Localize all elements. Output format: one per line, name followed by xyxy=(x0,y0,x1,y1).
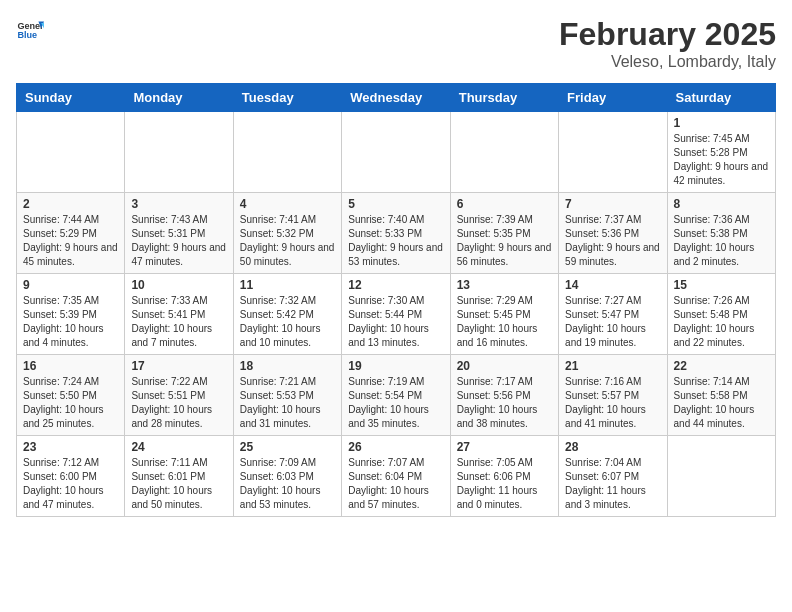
day-info: Sunrise: 7:41 AM Sunset: 5:32 PM Dayligh… xyxy=(240,213,335,269)
day-info: Sunrise: 7:07 AM Sunset: 6:04 PM Dayligh… xyxy=(348,456,443,512)
calendar-cell: 27Sunrise: 7:05 AM Sunset: 6:06 PM Dayli… xyxy=(450,436,558,517)
weekday-header-row: SundayMondayTuesdayWednesdayThursdayFrid… xyxy=(17,84,776,112)
calendar-cell: 22Sunrise: 7:14 AM Sunset: 5:58 PM Dayli… xyxy=(667,355,775,436)
week-row-2: 2Sunrise: 7:44 AM Sunset: 5:29 PM Daylig… xyxy=(17,193,776,274)
calendar-cell: 24Sunrise: 7:11 AM Sunset: 6:01 PM Dayli… xyxy=(125,436,233,517)
calendar-cell: 2Sunrise: 7:44 AM Sunset: 5:29 PM Daylig… xyxy=(17,193,125,274)
page-header: General Blue February 2025 Veleso, Lomba… xyxy=(16,16,776,71)
day-number: 4 xyxy=(240,197,335,211)
calendar-cell: 28Sunrise: 7:04 AM Sunset: 6:07 PM Dayli… xyxy=(559,436,667,517)
calendar-cell: 14Sunrise: 7:27 AM Sunset: 5:47 PM Dayli… xyxy=(559,274,667,355)
day-number: 7 xyxy=(565,197,660,211)
week-row-1: 1Sunrise: 7:45 AM Sunset: 5:28 PM Daylig… xyxy=(17,112,776,193)
day-info: Sunrise: 7:30 AM Sunset: 5:44 PM Dayligh… xyxy=(348,294,443,350)
day-info: Sunrise: 7:44 AM Sunset: 5:29 PM Dayligh… xyxy=(23,213,118,269)
title-block: February 2025 Veleso, Lombardy, Italy xyxy=(559,16,776,71)
day-number: 16 xyxy=(23,359,118,373)
day-info: Sunrise: 7:11 AM Sunset: 6:01 PM Dayligh… xyxy=(131,456,226,512)
weekday-header-thursday: Thursday xyxy=(450,84,558,112)
day-info: Sunrise: 7:12 AM Sunset: 6:00 PM Dayligh… xyxy=(23,456,118,512)
day-number: 24 xyxy=(131,440,226,454)
location-title: Veleso, Lombardy, Italy xyxy=(559,53,776,71)
calendar-cell: 13Sunrise: 7:29 AM Sunset: 5:45 PM Dayli… xyxy=(450,274,558,355)
day-info: Sunrise: 7:21 AM Sunset: 5:53 PM Dayligh… xyxy=(240,375,335,431)
day-number: 3 xyxy=(131,197,226,211)
day-number: 17 xyxy=(131,359,226,373)
day-info: Sunrise: 7:05 AM Sunset: 6:06 PM Dayligh… xyxy=(457,456,552,512)
day-number: 28 xyxy=(565,440,660,454)
logo: General Blue xyxy=(16,16,44,44)
weekday-header-saturday: Saturday xyxy=(667,84,775,112)
day-number: 22 xyxy=(674,359,769,373)
calendar-cell: 26Sunrise: 7:07 AM Sunset: 6:04 PM Dayli… xyxy=(342,436,450,517)
calendar-cell xyxy=(125,112,233,193)
day-number: 12 xyxy=(348,278,443,292)
day-number: 5 xyxy=(348,197,443,211)
weekday-header-monday: Monday xyxy=(125,84,233,112)
calendar-cell: 25Sunrise: 7:09 AM Sunset: 6:03 PM Dayli… xyxy=(233,436,341,517)
day-number: 1 xyxy=(674,116,769,130)
weekday-header-tuesday: Tuesday xyxy=(233,84,341,112)
calendar-cell: 1Sunrise: 7:45 AM Sunset: 5:28 PM Daylig… xyxy=(667,112,775,193)
week-row-5: 23Sunrise: 7:12 AM Sunset: 6:00 PM Dayli… xyxy=(17,436,776,517)
calendar-cell xyxy=(559,112,667,193)
week-row-3: 9Sunrise: 7:35 AM Sunset: 5:39 PM Daylig… xyxy=(17,274,776,355)
day-info: Sunrise: 7:35 AM Sunset: 5:39 PM Dayligh… xyxy=(23,294,118,350)
calendar-cell: 4Sunrise: 7:41 AM Sunset: 5:32 PM Daylig… xyxy=(233,193,341,274)
day-number: 25 xyxy=(240,440,335,454)
logo-icon: General Blue xyxy=(16,16,44,44)
calendar-cell: 12Sunrise: 7:30 AM Sunset: 5:44 PM Dayli… xyxy=(342,274,450,355)
day-number: 9 xyxy=(23,278,118,292)
day-info: Sunrise: 7:43 AM Sunset: 5:31 PM Dayligh… xyxy=(131,213,226,269)
day-info: Sunrise: 7:09 AM Sunset: 6:03 PM Dayligh… xyxy=(240,456,335,512)
day-info: Sunrise: 7:40 AM Sunset: 5:33 PM Dayligh… xyxy=(348,213,443,269)
day-info: Sunrise: 7:32 AM Sunset: 5:42 PM Dayligh… xyxy=(240,294,335,350)
calendar-cell: 5Sunrise: 7:40 AM Sunset: 5:33 PM Daylig… xyxy=(342,193,450,274)
day-info: Sunrise: 7:45 AM Sunset: 5:28 PM Dayligh… xyxy=(674,132,769,188)
day-info: Sunrise: 7:14 AM Sunset: 5:58 PM Dayligh… xyxy=(674,375,769,431)
day-info: Sunrise: 7:16 AM Sunset: 5:57 PM Dayligh… xyxy=(565,375,660,431)
day-info: Sunrise: 7:27 AM Sunset: 5:47 PM Dayligh… xyxy=(565,294,660,350)
day-number: 10 xyxy=(131,278,226,292)
calendar-cell: 23Sunrise: 7:12 AM Sunset: 6:00 PM Dayli… xyxy=(17,436,125,517)
day-info: Sunrise: 7:26 AM Sunset: 5:48 PM Dayligh… xyxy=(674,294,769,350)
day-info: Sunrise: 7:22 AM Sunset: 5:51 PM Dayligh… xyxy=(131,375,226,431)
calendar-cell xyxy=(667,436,775,517)
day-number: 21 xyxy=(565,359,660,373)
calendar-cell: 6Sunrise: 7:39 AM Sunset: 5:35 PM Daylig… xyxy=(450,193,558,274)
day-info: Sunrise: 7:33 AM Sunset: 5:41 PM Dayligh… xyxy=(131,294,226,350)
day-info: Sunrise: 7:17 AM Sunset: 5:56 PM Dayligh… xyxy=(457,375,552,431)
calendar-cell: 19Sunrise: 7:19 AM Sunset: 5:54 PM Dayli… xyxy=(342,355,450,436)
calendar-cell: 20Sunrise: 7:17 AM Sunset: 5:56 PM Dayli… xyxy=(450,355,558,436)
calendar-cell: 16Sunrise: 7:24 AM Sunset: 5:50 PM Dayli… xyxy=(17,355,125,436)
calendar-cell: 21Sunrise: 7:16 AM Sunset: 5:57 PM Dayli… xyxy=(559,355,667,436)
calendar-cell: 15Sunrise: 7:26 AM Sunset: 5:48 PM Dayli… xyxy=(667,274,775,355)
day-number: 14 xyxy=(565,278,660,292)
calendar-cell: 11Sunrise: 7:32 AM Sunset: 5:42 PM Dayli… xyxy=(233,274,341,355)
day-info: Sunrise: 7:37 AM Sunset: 5:36 PM Dayligh… xyxy=(565,213,660,269)
calendar-cell xyxy=(342,112,450,193)
day-info: Sunrise: 7:19 AM Sunset: 5:54 PM Dayligh… xyxy=(348,375,443,431)
calendar-cell xyxy=(450,112,558,193)
day-number: 15 xyxy=(674,278,769,292)
day-number: 18 xyxy=(240,359,335,373)
calendar-cell: 17Sunrise: 7:22 AM Sunset: 5:51 PM Dayli… xyxy=(125,355,233,436)
day-number: 20 xyxy=(457,359,552,373)
day-number: 2 xyxy=(23,197,118,211)
day-info: Sunrise: 7:36 AM Sunset: 5:38 PM Dayligh… xyxy=(674,213,769,269)
weekday-header-sunday: Sunday xyxy=(17,84,125,112)
day-number: 13 xyxy=(457,278,552,292)
calendar-cell: 18Sunrise: 7:21 AM Sunset: 5:53 PM Dayli… xyxy=(233,355,341,436)
day-number: 23 xyxy=(23,440,118,454)
day-info: Sunrise: 7:29 AM Sunset: 5:45 PM Dayligh… xyxy=(457,294,552,350)
weekday-header-friday: Friday xyxy=(559,84,667,112)
calendar-cell: 10Sunrise: 7:33 AM Sunset: 5:41 PM Dayli… xyxy=(125,274,233,355)
calendar-cell xyxy=(17,112,125,193)
week-row-4: 16Sunrise: 7:24 AM Sunset: 5:50 PM Dayli… xyxy=(17,355,776,436)
day-info: Sunrise: 7:24 AM Sunset: 5:50 PM Dayligh… xyxy=(23,375,118,431)
month-title: February 2025 xyxy=(559,16,776,53)
svg-text:Blue: Blue xyxy=(17,30,37,40)
calendar-cell: 8Sunrise: 7:36 AM Sunset: 5:38 PM Daylig… xyxy=(667,193,775,274)
calendar-cell: 9Sunrise: 7:35 AM Sunset: 5:39 PM Daylig… xyxy=(17,274,125,355)
day-number: 19 xyxy=(348,359,443,373)
